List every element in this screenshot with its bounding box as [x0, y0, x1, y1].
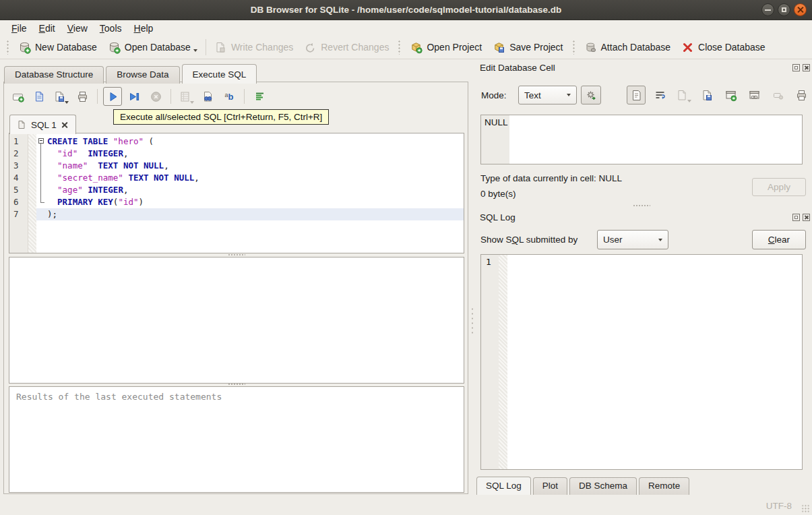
- close-panel-icon[interactable]: [803, 214, 810, 221]
- open-in-app-button[interactable]: [745, 86, 763, 104]
- maximize-button[interactable]: [778, 3, 790, 16]
- code-line[interactable]: 7);: [9, 208, 464, 220]
- text-options-button[interactable]: ab: [220, 87, 239, 106]
- fold-margin: [28, 208, 36, 220]
- minimize-button[interactable]: [761, 3, 774, 16]
- close-button[interactable]: [794, 3, 807, 16]
- resize-grip-icon[interactable]: [801, 504, 810, 513]
- clear-log-button[interactable]: Clear: [752, 230, 806, 249]
- fold-guide: [36, 160, 47, 172]
- tab-browse-data[interactable]: Browse Data: [106, 66, 179, 84]
- sql-source-select-value: User: [603, 235, 623, 245]
- dock-tab-plot[interactable]: Plot: [533, 477, 567, 495]
- fold-margin: [28, 160, 36, 172]
- attach-database-button[interactable]: Attach Database: [579, 39, 677, 56]
- find-replace-button[interactable]: [198, 87, 217, 106]
- window-title: DB Browser for SQLite - /home/user/code/…: [251, 5, 561, 15]
- dock-tab-remote[interactable]: Remote: [639, 477, 689, 495]
- toolbar-separator: [170, 89, 171, 104]
- line-number: 5: [9, 184, 28, 196]
- print-sql-button[interactable]: [73, 87, 92, 106]
- code-line[interactable]: 2 "id" INTEGER,: [9, 148, 464, 160]
- menu-view[interactable]: View: [61, 22, 94, 35]
- execution-status-area[interactable]: Results of the last executed statements: [9, 386, 464, 493]
- cell-editor-toolbar: [627, 85, 811, 105]
- new-database-button[interactable]: New Database: [13, 39, 102, 56]
- apply-button[interactable]: Apply: [752, 178, 806, 196]
- print-cell-button[interactable]: [792, 86, 811, 104]
- tab-database-structure[interactable]: Database Structure: [4, 66, 104, 84]
- gear-icon: [585, 89, 598, 102]
- execute-all-button[interactable]: [103, 87, 122, 106]
- code-line[interactable]: 3 "name" TEXT NOT NULL,: [9, 160, 464, 172]
- export-cell-button[interactable]: [721, 86, 740, 104]
- word-wrap-button[interactable]: [650, 86, 669, 104]
- code-line[interactable]: 4 "secret_name" TEXT NOT NULL,: [9, 172, 464, 184]
- float-panel-icon[interactable]: [792, 64, 800, 71]
- set-null-button[interactable]: [768, 86, 787, 104]
- open-database-button[interactable]: Open Database: [102, 39, 203, 56]
- fold-margin: [28, 172, 36, 184]
- save-sql-file-button[interactable]: [51, 87, 70, 106]
- sql-log-view[interactable]: 1: [480, 254, 803, 470]
- close-tab-icon[interactable]: [61, 121, 69, 129]
- sql-editor-tab-label: SQL 1: [31, 120, 57, 130]
- float-panel-icon[interactable]: [792, 214, 800, 221]
- text-mode-button[interactable]: [627, 86, 646, 104]
- write-changes-button[interactable]: Write Changes: [209, 39, 299, 56]
- import-dropdown-icon[interactable]: [687, 100, 691, 102]
- dock-tab-sql-log[interactable]: SQL Log: [476, 477, 531, 495]
- new-sql-tab-button[interactable]: [8, 87, 27, 106]
- menu-help[interactable]: Help: [128, 22, 160, 35]
- format-indent-button[interactable]: [250, 87, 269, 106]
- open-project-button[interactable]: Open Project: [404, 39, 487, 56]
- sql-code-editor[interactable]: 1CREATE TABLE "hero" (2 "id" INTEGER,3 "…: [9, 133, 464, 253]
- code-line[interactable]: 5 "age" INTEGER,: [9, 184, 464, 196]
- save-project-button[interactable]: Save Project: [487, 39, 568, 56]
- attach-database-label: Attach Database: [601, 42, 671, 53]
- open-database-dropdown-icon[interactable]: [193, 49, 197, 52]
- main-toolbar: New Database Open Database Write Changes: [0, 36, 812, 59]
- menu-tools[interactable]: Tools: [94, 22, 128, 35]
- auto-switch-mode-button[interactable]: [581, 86, 601, 104]
- cell-value-editor[interactable]: NULL: [480, 115, 803, 164]
- dock-splitter[interactable]: [633, 204, 650, 207]
- close-panel-icon[interactable]: [803, 64, 810, 71]
- horizontal-splitter[interactable]: [228, 253, 245, 256]
- fold-toggle-icon[interactable]: [36, 135, 47, 148]
- export-results-button[interactable]: [177, 87, 195, 106]
- menu-file[interactable]: File: [5, 22, 33, 35]
- dock-tab-bar: SQL Log Plot DB Schema Remote: [476, 477, 691, 495]
- import-cell-button[interactable]: [674, 86, 693, 104]
- line-number: 4: [9, 172, 28, 184]
- code-line[interactable]: 1CREATE TABLE "hero" (: [9, 135, 464, 148]
- text-document-icon: [630, 89, 643, 102]
- mode-select[interactable]: Text: [518, 86, 577, 104]
- fold-guide: [36, 172, 47, 184]
- toolbar-drag-handle[interactable]: [572, 40, 575, 55]
- menu-edit[interactable]: Edit: [33, 22, 61, 35]
- close-database-button[interactable]: Close Database: [676, 39, 771, 56]
- toolbar-drag-handle[interactable]: [6, 40, 9, 55]
- horizontal-splitter[interactable]: [228, 383, 245, 386]
- sql-editor-tab[interactable]: SQL 1: [9, 115, 76, 134]
- save-sql-dropdown-icon[interactable]: [65, 101, 69, 104]
- code-line[interactable]: 6 PRIMARY KEY("id"): [9, 196, 464, 208]
- toolbar-drag-handle[interactable]: [398, 40, 401, 55]
- edit-cell-header-buttons: [792, 64, 810, 71]
- line-number: 3: [9, 160, 28, 172]
- link-icon: [748, 89, 761, 102]
- code-text: );: [47, 208, 57, 220]
- revert-changes-button[interactable]: Revert Changes: [299, 39, 394, 56]
- query-results-grid[interactable]: [9, 257, 464, 384]
- vertical-splitter[interactable]: [471, 307, 474, 335]
- execute-line-button[interactable]: [125, 87, 144, 106]
- stop-execution-button[interactable]: [146, 87, 165, 106]
- save-cell-as-button[interactable]: [697, 86, 716, 104]
- export-results-dropdown-icon[interactable]: [190, 101, 194, 104]
- sql-source-select[interactable]: User: [597, 230, 668, 249]
- open-sql-file-button[interactable]: [30, 87, 49, 106]
- dock-tab-db-schema[interactable]: DB Schema: [569, 477, 637, 495]
- line-number: 7: [9, 208, 28, 220]
- tab-execute-sql[interactable]: Execute SQL: [182, 64, 257, 84]
